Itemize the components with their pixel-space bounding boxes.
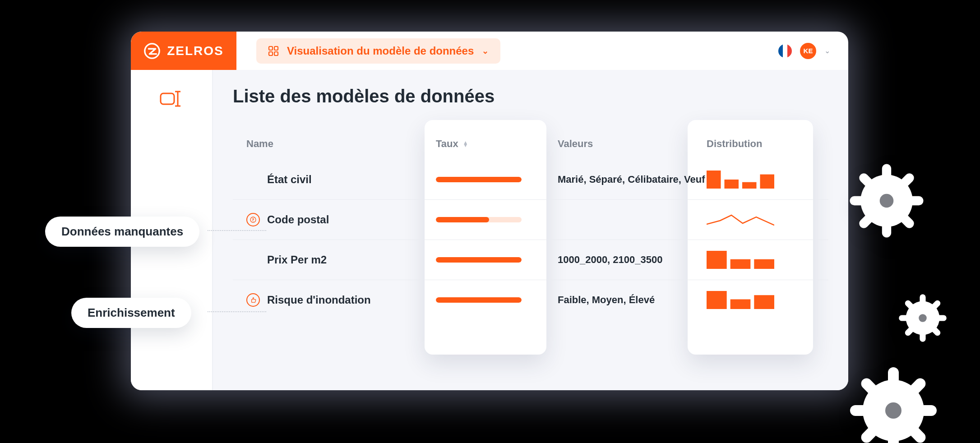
values-cell: 1000_2000, 2100_3500: [558, 254, 707, 267]
svg-point-40: [919, 314, 927, 322]
rate-cell: [436, 257, 558, 263]
row-name: Risque d'inondation: [267, 294, 371, 306]
svg-rect-20: [754, 295, 774, 309]
svg-point-50: [885, 402, 901, 419]
values-cell: Faible, Moyen, Élevé: [558, 294, 707, 307]
chevron-down-icon: ⌄: [482, 46, 489, 56]
svg-rect-17: [754, 259, 774, 269]
svg-rect-12: [760, 175, 775, 189]
rate-bar: [436, 217, 522, 222]
svg-rect-42: [888, 367, 899, 385]
svg-rect-11: [742, 182, 757, 189]
rate-bar: [436, 257, 522, 263]
svg-rect-18: [707, 291, 727, 309]
sort-icon: ▲▼: [463, 141, 468, 147]
warning-icon: [246, 213, 260, 226]
svg-point-14: [253, 221, 254, 222]
svg-rect-10: [725, 180, 739, 189]
locale-flag-fr[interactable]: [778, 44, 792, 58]
svg-rect-1: [269, 46, 273, 50]
svg-rect-23: [882, 222, 891, 238]
name-cell: État civil: [246, 173, 436, 186]
mode-label: Visualisation du modèle de données: [287, 45, 474, 57]
callout-missing-data: Données manquantes: [45, 217, 199, 247]
brand-logo[interactable]: ZELROS: [131, 32, 236, 70]
col-header-distribution[interactable]: Distribution: [707, 138, 815, 150]
name-cell: Code postal: [246, 213, 436, 226]
zelros-logo-icon: [143, 42, 161, 60]
row-name: État civil: [267, 173, 312, 186]
main-content: Liste des modèles de données Name Taux ▲…: [213, 70, 848, 390]
text-cursor-icon[interactable]: [160, 90, 183, 108]
table-row[interactable]: Code postal: [233, 199, 828, 240]
rate-cell: [436, 217, 558, 222]
col-header-rate[interactable]: Taux ▲▼: [436, 138, 558, 150]
data-models-table: Name Taux ▲▼ Valeurs Distribution État c…: [233, 128, 828, 320]
svg-rect-24: [850, 196, 865, 205]
svg-rect-35: [937, 315, 947, 321]
svg-rect-9: [707, 171, 721, 189]
svg-rect-15: [707, 251, 727, 269]
values-cell: Marié, Séparé, Célibataire, Veuf: [558, 173, 707, 186]
chevron-down-icon[interactable]: ⌄: [824, 46, 830, 55]
svg-rect-16: [730, 259, 751, 269]
connector-line: [208, 311, 266, 312]
avatar-initials: KE: [804, 47, 813, 55]
svg-rect-19: [730, 299, 751, 309]
gear-decoration: [848, 365, 938, 443]
svg-rect-5: [161, 93, 174, 104]
svg-rect-45: [919, 405, 937, 416]
topbar-right: KE ⌄: [778, 43, 830, 59]
connector-line: [208, 230, 266, 231]
distribution-cell: [707, 291, 815, 309]
svg-rect-34: [899, 315, 909, 321]
svg-rect-33: [920, 332, 925, 342]
svg-rect-4: [274, 52, 278, 55]
mode-selector[interactable]: Visualisation du modèle de données ⌄: [256, 38, 500, 64]
name-cell: Prix Per m2: [246, 253, 436, 267]
gear-decoration: [898, 293, 948, 343]
rate-cell: [436, 297, 558, 303]
topbar: ZELROS Visualisation du modèle de donnée…: [131, 32, 848, 70]
col-header-name[interactable]: Name: [246, 138, 436, 150]
distribution-cell: [707, 251, 815, 269]
row-name: Code postal: [267, 213, 329, 226]
svg-rect-25: [908, 196, 924, 205]
row-name: Prix Per m2: [267, 254, 327, 266]
gear-decoration: [848, 162, 925, 239]
rate-bar: [436, 297, 522, 303]
rate-bar: [436, 177, 522, 182]
svg-rect-32: [920, 294, 925, 304]
grid-icon: [268, 46, 279, 56]
page-title: Liste des modèles de données: [233, 86, 828, 106]
user-avatar[interactable]: KE: [800, 43, 816, 59]
name-cell: Risque d'inondation: [246, 293, 436, 307]
thumbs-up-icon: [246, 293, 260, 307]
svg-point-30: [880, 194, 894, 208]
col-header-values[interactable]: Valeurs: [558, 138, 707, 150]
svg-rect-22: [882, 164, 891, 179]
rate-cell: [436, 177, 558, 182]
svg-rect-44: [850, 405, 868, 416]
table-header: Name Taux ▲▼ Valeurs Distribution: [233, 128, 828, 160]
app-window: ZELROS Visualisation du modèle de donnée…: [131, 32, 848, 390]
brand-name: ZELROS: [167, 44, 224, 58]
svg-rect-2: [274, 46, 278, 50]
table-row[interactable]: Prix Per m21000_2000, 2100_3500: [233, 240, 828, 280]
distribution-cell: [707, 171, 815, 189]
table-row[interactable]: Risque d'inondationFaible, Moyen, Élevé: [233, 280, 828, 320]
distribution-cell: [707, 211, 815, 229]
table-row[interactable]: État civilMarié, Séparé, Célibataire, Ve…: [233, 160, 828, 199]
callout-enrichment: Enrichissement: [71, 298, 191, 328]
svg-rect-3: [269, 52, 273, 55]
